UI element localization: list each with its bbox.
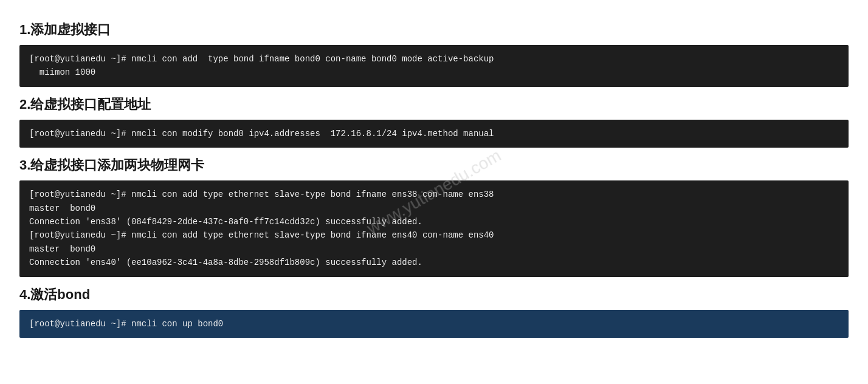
terminal-line-1-0: [root@yutianedu ~]# nmcli con add type b… (29, 54, 494, 64)
section-3-heading: 3.给虚拟接口添加两块物理网卡 (19, 156, 849, 174)
terminal-line-3-1: master bond0 (29, 204, 95, 213)
section-2: 2.给虚拟接口配置地址 [root@yutianedu ~]# nmcli co… (19, 95, 849, 148)
terminal-block-3: [root@yutianedu ~]# nmcli con add type e… (19, 180, 849, 276)
terminal-line-1-1: miimon 1000 (29, 67, 95, 77)
terminal-line-2-0: [root@yutianedu ~]# nmcli con modify bon… (29, 129, 494, 139)
terminal-block-2: [root@yutianedu ~]# nmcli con modify bon… (19, 120, 849, 148)
terminal-line-3-5: Connection 'ens40' (ee10a962-3c41-4a8a-8… (29, 258, 422, 267)
section-4: 4.激活bond [root@yutianedu ~]# nmcli con u… (19, 286, 849, 338)
terminal-line-3-0: [root@yutianedu ~]# nmcli con add type e… (29, 190, 494, 199)
section-2-heading: 2.给虚拟接口配置地址 (19, 95, 849, 114)
section-4-heading: 4.激活bond (19, 286, 849, 304)
section-3: 3.给虚拟接口添加两块物理网卡 [root@yutianedu ~]# nmcl… (19, 156, 849, 276)
terminal-line-3-2: Connection 'ens38' (084f8429-2dde-437c-8… (29, 217, 422, 227)
page-content: 1.添加虚拟接口 [root@yutianedu ~]# nmcli con a… (19, 21, 849, 338)
terminal-line-3-3: [root@yutianedu ~]# nmcli con add type e… (29, 230, 494, 240)
terminal-line-4-0: [root@yutianedu ~]# nmcli con up bond0 (29, 319, 223, 329)
section-1-heading: 1.添加虚拟接口 (19, 21, 849, 39)
terminal-block-1: [root@yutianedu ~]# nmcli con add type b… (19, 45, 849, 87)
section-1: 1.添加虚拟接口 [root@yutianedu ~]# nmcli con a… (19, 21, 849, 87)
terminal-line-3-4: master bond0 (29, 244, 95, 254)
terminal-block-4: [root@yutianedu ~]# nmcli con up bond0 (19, 310, 849, 338)
